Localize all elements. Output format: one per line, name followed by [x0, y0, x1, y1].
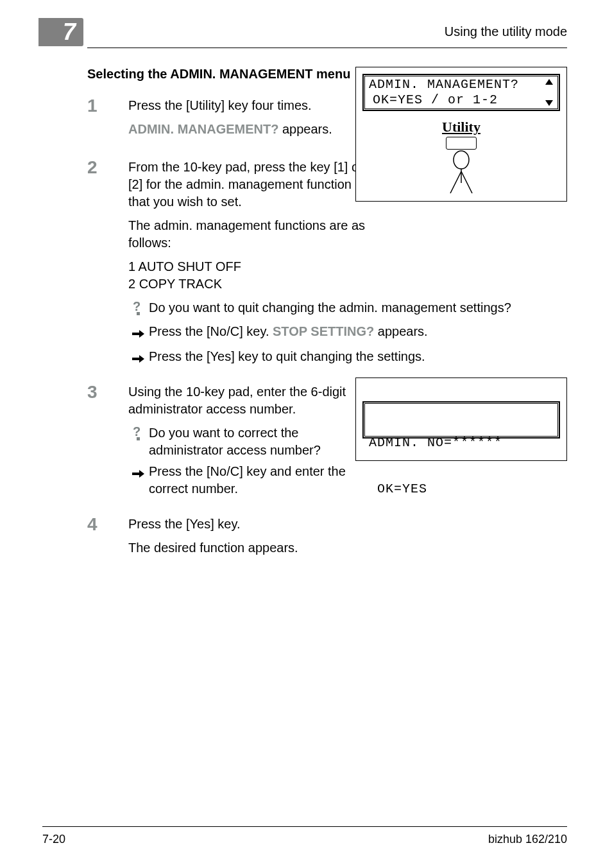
qa-text: Do you want to correct the administrator… — [149, 424, 372, 459]
lcd-display: ADMIN. NO=****** OK=YES — [362, 401, 560, 438]
step-text: Using the 10-key pad, enter the 6-digit … — [128, 383, 372, 418]
lcd-display: ADMIN. MANAGEMENT? OK=YES / or 1-2 — [362, 74, 560, 111]
figure-utility-panel: ADMIN. MANAGEMENT? OK=YES / or 1-2 Utili… — [355, 67, 567, 202]
chapter-number: 7 — [63, 19, 76, 46]
step-result: ADMIN. MANAGEMENT? appears. — [128, 121, 372, 138]
svg-point-0 — [454, 151, 469, 169]
result-highlight: STOP SETTING? — [273, 324, 374, 338]
figure-admin-no-panel: ADMIN. NO=****** OK=YES — [355, 378, 567, 461]
scroll-down-icon — [545, 100, 553, 106]
qa-answer: Press the [No/C] key. STOP SETTING? appe… — [128, 323, 567, 340]
qa-text: Press the [No/C] key. STOP SETTING? appe… — [149, 323, 567, 340]
utility-label: Utility — [356, 119, 566, 135]
content-area: Selecting the ADMIN. MANAGEMENT menu ADM… — [87, 67, 567, 577]
qa-text: Press the [No/C] key and enter the corre… — [149, 463, 372, 498]
lcd-line-1: ADMIN. MANAGEMENT? — [369, 77, 555, 92]
step-number: 2 — [87, 159, 128, 177]
question-icon — [133, 424, 144, 440]
qa-answer: Press the [No/C] key and enter the corre… — [128, 463, 372, 498]
arrow-icon — [132, 329, 145, 338]
step-text: 2 COPY TRACK — [128, 275, 372, 293]
step-number: 4 — [87, 516, 128, 534]
step-text: The admin. management functions are as f… — [128, 217, 372, 252]
qa-question: Do you want to correct the administrator… — [128, 424, 372, 459]
result-highlight: ADMIN. MANAGEMENT? — [128, 122, 278, 136]
product-name: bizhub 162/210 — [488, 833, 567, 846]
page-number: 7-20 — [42, 833, 65, 846]
step-number: 1 — [87, 97, 128, 115]
step-number: 3 — [87, 383, 128, 401]
lcd-line-2: OK=YES — [369, 482, 555, 497]
qa-text: Do you want to quit changing the admin. … — [149, 299, 567, 317]
scroll-up-icon — [545, 79, 553, 85]
question-icon — [133, 299, 144, 315]
qa-question: Do you want to quit changing the admin. … — [128, 299, 567, 319]
finger-press-icon — [445, 150, 477, 195]
result-suffix: appears. — [278, 122, 332, 136]
step-text: From the 10-key pad, press the key [1] o… — [128, 159, 372, 211]
step-text: Press the [Utility] key four times. — [128, 97, 372, 114]
chapter-tab: 7 — [38, 18, 83, 46]
lcd-line-2: OK=YES / or 1-2 — [369, 92, 555, 108]
utility-key-icon — [446, 137, 477, 150]
footer-rule — [42, 826, 567, 827]
lcd-line-1: ADMIN. NO=****** — [369, 435, 555, 451]
arrow-icon — [132, 469, 145, 478]
arrow-icon — [132, 354, 145, 363]
header-rule — [87, 48, 567, 48]
qa-text: Press the [Yes] key to quit changing the… — [149, 348, 567, 365]
running-head: Using the utility mode — [445, 24, 567, 39]
step-text: The desired function appears. — [128, 539, 567, 557]
qa-answer: Press the [Yes] key to quit changing the… — [128, 348, 567, 365]
step-text: 1 AUTO SHUT OFF — [128, 258, 372, 275]
